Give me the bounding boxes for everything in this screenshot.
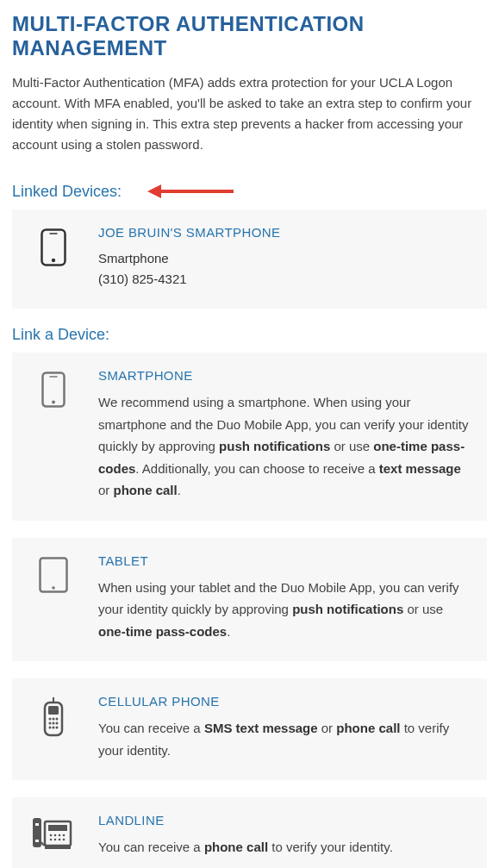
option-title: SMARTPHONE — [98, 368, 471, 383]
option-desc: You can receive a phone call to verify y… — [98, 836, 471, 859]
option-desc: We recommend using a smartphone. When us… — [98, 391, 471, 502]
svg-point-30 — [54, 839, 57, 841]
smartphone-icon — [41, 228, 66, 266]
intro-text: Multi-Factor Authentication (MFA) adds e… — [12, 72, 487, 155]
cellular-phone-icon — [43, 697, 64, 737]
svg-point-4 — [52, 401, 55, 404]
svg-point-28 — [63, 834, 65, 837]
link-option-tablet[interactable]: TABLET When using your tablet and the Du… — [12, 538, 487, 662]
svg-point-18 — [53, 727, 55, 729]
option-desc: When using your tablet and the Duo Mobil… — [98, 577, 471, 643]
svg-point-25 — [50, 834, 53, 837]
svg-point-31 — [59, 839, 61, 841]
option-title: TABLET — [98, 553, 471, 568]
svg-point-1 — [52, 259, 55, 262]
svg-point-17 — [49, 727, 52, 729]
landline-icon — [33, 816, 74, 851]
linked-devices-header: Linked Devices: — [12, 183, 122, 201]
linked-device-number: (310) 825-4321 — [98, 269, 471, 290]
svg-point-7 — [52, 586, 55, 590]
svg-rect-33 — [45, 846, 71, 849]
svg-point-16 — [56, 722, 59, 725]
svg-point-12 — [53, 718, 55, 721]
tablet-icon — [39, 557, 68, 593]
svg-point-27 — [59, 834, 61, 837]
svg-rect-10 — [48, 706, 59, 715]
smartphone-icon — [41, 372, 65, 408]
linked-device-card[interactable]: JOE BRUIN'S SMARTPHONE Smartphone (310) … — [12, 209, 487, 309]
link-option-smartphone[interactable]: SMARTPHONE We recommend using a smartpho… — [12, 353, 487, 521]
svg-point-19 — [56, 727, 59, 729]
svg-point-14 — [49, 722, 52, 725]
svg-rect-20 — [33, 818, 41, 847]
link-option-landline[interactable]: LANDLINE You can receive a phone call to… — [12, 797, 487, 868]
annotation-arrow-icon — [147, 185, 234, 197]
link-option-cellular[interactable]: CELLULAR PHONE You can receive a SMS tex… — [12, 678, 487, 780]
page-title: MULTI-FACTOR AUTHENTICATION MANAGEMENT — [12, 12, 487, 60]
option-title: CELLULAR PHONE — [98, 694, 471, 709]
svg-point-15 — [53, 722, 55, 725]
svg-rect-21 — [35, 823, 39, 826]
svg-rect-24 — [48, 825, 67, 831]
svg-rect-22 — [35, 840, 39, 842]
svg-point-11 — [49, 718, 52, 721]
svg-point-13 — [56, 718, 59, 721]
svg-point-26 — [54, 834, 57, 837]
svg-point-29 — [50, 839, 53, 841]
option-title: LANDLINE — [98, 813, 471, 827]
linked-device-type: Smartphone — [98, 248, 471, 269]
link-a-device-header: Link a Device: — [12, 326, 487, 344]
linked-device-title: JOE BRUIN'S SMARTPHONE — [98, 225, 471, 240]
svg-point-32 — [63, 839, 65, 841]
option-desc: You can receive a SMS text message or ph… — [98, 717, 471, 761]
